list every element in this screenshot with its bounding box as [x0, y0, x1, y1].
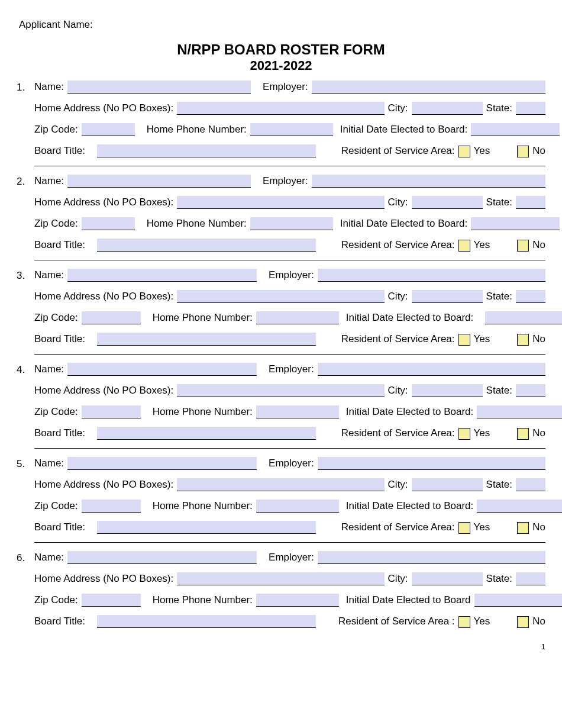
- employer-field[interactable]: [312, 80, 545, 94]
- city-field[interactable]: [412, 196, 483, 209]
- name-label: Name:: [34, 552, 64, 564]
- yes-label: Yes: [474, 239, 490, 252]
- zip-field[interactable]: [82, 123, 135, 136]
- phone-field[interactable]: [256, 311, 339, 324]
- initial-date-field[interactable]: [471, 123, 560, 136]
- phone-field[interactable]: [256, 405, 339, 418]
- zip-field[interactable]: [82, 594, 141, 607]
- resident-yes-checkbox[interactable]: [458, 146, 470, 157]
- entry-2: 2. Name: Employer: Home Address (No PO B…: [17, 175, 545, 260]
- employer-label: Employer:: [269, 552, 314, 564]
- yes-label: Yes: [474, 145, 490, 157]
- board-title-field[interactable]: [97, 239, 316, 252]
- address-field[interactable]: [177, 102, 384, 115]
- initial-date-field[interactable]: [474, 594, 562, 607]
- state-field[interactable]: [516, 478, 545, 491]
- applicant-name-label: Applicant Name:: [19, 19, 545, 31]
- city-field[interactable]: [412, 478, 483, 491]
- employer-field[interactable]: [318, 269, 545, 282]
- state-label: State:: [486, 573, 512, 585]
- address-field[interactable]: [177, 384, 384, 397]
- address-field[interactable]: [177, 196, 384, 209]
- zip-field[interactable]: [82, 311, 141, 324]
- initial-date-label: Initial Date Elected to Board:: [346, 500, 473, 513]
- name-field[interactable]: [67, 363, 257, 376]
- resident-yes-checkbox[interactable]: [458, 428, 470, 440]
- resident-no-checkbox[interactable]: [517, 146, 529, 157]
- address-field[interactable]: [177, 572, 384, 585]
- board-title-label: Board Title:: [34, 521, 85, 534]
- phone-label: Home Phone Number:: [147, 124, 247, 136]
- name-field[interactable]: [67, 551, 257, 564]
- initial-date-field[interactable]: [471, 217, 560, 230]
- state-label: State:: [486, 197, 512, 209]
- name-label: Name:: [34, 269, 64, 282]
- name-field[interactable]: [67, 80, 251, 94]
- employer-field[interactable]: [318, 457, 545, 470]
- board-title-field[interactable]: [97, 615, 316, 628]
- employer-field[interactable]: [318, 551, 545, 564]
- initial-date-field[interactable]: [477, 405, 562, 418]
- name-field[interactable]: [67, 457, 257, 470]
- initial-date-field[interactable]: [485, 311, 562, 324]
- city-field[interactable]: [412, 384, 483, 397]
- resident-yes-checkbox[interactable]: [458, 240, 470, 252]
- phone-field[interactable]: [250, 217, 333, 230]
- city-field[interactable]: [412, 572, 483, 585]
- board-title-label: Board Title:: [34, 145, 85, 157]
- resident-yes-checkbox[interactable]: [458, 334, 470, 346]
- resident-yes-checkbox[interactable]: [458, 616, 470, 628]
- city-field[interactable]: [412, 290, 483, 303]
- resident-label: Resident of Service Area:: [341, 333, 455, 346]
- resident-label: Resident of Service Area:: [341, 239, 455, 252]
- phone-label: Home Phone Number:: [153, 594, 253, 607]
- address-label: Home Address (No PO Boxes):: [34, 291, 173, 303]
- zip-field[interactable]: [82, 405, 141, 418]
- state-field[interactable]: [516, 196, 545, 209]
- state-field[interactable]: [516, 572, 545, 585]
- entry-4: 4. Name: Employer: Home Address (No PO B…: [17, 363, 545, 449]
- address-field[interactable]: [177, 290, 384, 303]
- phone-field[interactable]: [256, 500, 339, 513]
- phone-field[interactable]: [256, 594, 339, 607]
- board-title-field[interactable]: [97, 427, 316, 440]
- phone-field[interactable]: [250, 123, 333, 136]
- entry-3: 3. Name: Employer: Home Address (No PO B…: [17, 269, 545, 355]
- resident-no-checkbox[interactable]: [517, 428, 529, 440]
- board-title-field[interactable]: [97, 144, 316, 157]
- name-field[interactable]: [67, 175, 251, 188]
- employer-field[interactable]: [318, 363, 545, 376]
- board-title-label: Board Title:: [34, 239, 85, 252]
- state-field[interactable]: [516, 102, 545, 115]
- resident-no-checkbox[interactable]: [517, 334, 529, 346]
- state-label: State:: [486, 291, 512, 303]
- address-field[interactable]: [177, 478, 384, 491]
- address-label: Home Address (No PO Boxes):: [34, 573, 173, 585]
- resident-no-checkbox[interactable]: [517, 240, 529, 252]
- state-field[interactable]: [516, 290, 545, 303]
- resident-yes-checkbox[interactable]: [458, 522, 470, 534]
- resident-label: Resident of Service Area:: [341, 145, 455, 157]
- employer-label: Employer:: [263, 81, 308, 94]
- initial-date-field[interactable]: [477, 500, 562, 513]
- resident-no-checkbox[interactable]: [517, 616, 529, 628]
- zip-label: Zip Code:: [34, 218, 78, 230]
- zip-field[interactable]: [82, 217, 135, 230]
- entry-number: 3.: [17, 270, 31, 282]
- separator: [34, 166, 545, 166]
- name-field[interactable]: [67, 269, 257, 282]
- entry-number: 6.: [17, 552, 31, 564]
- employer-field[interactable]: [312, 175, 545, 188]
- city-field[interactable]: [412, 102, 483, 115]
- yes-label: Yes: [474, 427, 490, 440]
- no-label: No: [532, 333, 545, 346]
- entry-number: 4.: [17, 364, 31, 376]
- zip-field[interactable]: [82, 500, 141, 513]
- state-field[interactable]: [516, 384, 545, 397]
- board-title-field[interactable]: [97, 333, 316, 346]
- zip-label: Zip Code:: [34, 594, 78, 607]
- no-label: No: [532, 145, 545, 157]
- board-title-field[interactable]: [97, 521, 316, 534]
- resident-no-checkbox[interactable]: [517, 522, 529, 534]
- phone-label: Home Phone Number:: [147, 218, 247, 230]
